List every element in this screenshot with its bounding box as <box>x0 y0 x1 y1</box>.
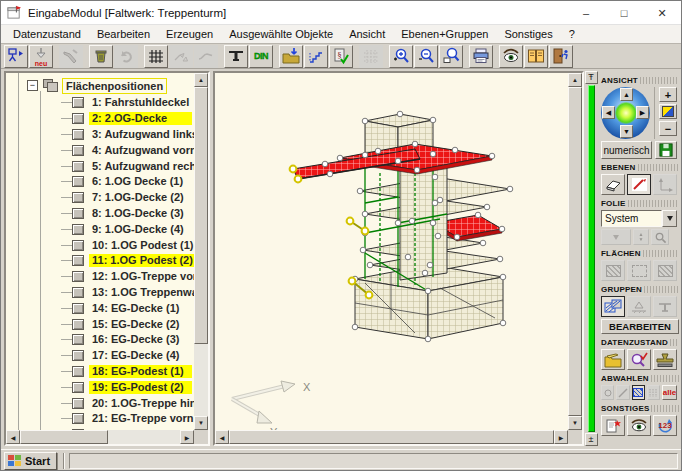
save-view-button[interactable] <box>655 141 677 159</box>
scroll-down-icon[interactable]: ▼ <box>194 416 208 430</box>
node-checkbox[interactable] <box>72 224 84 235</box>
scroll-right-icon[interactable]: ▶ <box>180 430 194 444</box>
scroll-down-icon[interactable]: ▼ <box>568 416 582 430</box>
node-checkbox[interactable] <box>72 255 84 266</box>
deselect-surfaces-button[interactable] <box>632 385 645 400</box>
dimensions-button[interactable] <box>304 45 328 68</box>
model-viewport[interactable]: X Y ▲ ▼ ◀ ▶ <box>213 71 584 446</box>
zoom-out-button[interactable] <box>414 45 438 68</box>
node-checkbox[interactable] <box>72 113 84 124</box>
preview-eye-button[interactable] <box>499 45 523 68</box>
view-zoom-out-button[interactable]: − <box>659 121 677 136</box>
new-object-button[interactable]: neu <box>29 45 53 68</box>
node-checkbox[interactable] <box>72 287 84 298</box>
view-rotation-orb[interactable]: ▲ ▼ ◀ ▶ <box>601 87 650 139</box>
tree-item[interactable]: 18: EG-Podest (1) <box>6 364 194 380</box>
menu-item-datenzustand[interactable]: Datenzustand <box>5 26 89 42</box>
view-mode-button[interactable] <box>659 104 677 119</box>
rotate-right-button[interactable]: ▶ <box>636 106 649 119</box>
norm-check-button[interactable]: § <box>329 45 353 68</box>
tree-item[interactable]: 15: EG-Decke (2) <box>6 316 194 332</box>
collapse-icon[interactable]: − <box>27 80 38 91</box>
menu-item-ansicht[interactable]: Ansicht <box>341 26 393 42</box>
canvas-vertical-scrollbar[interactable]: ▲ ▼ <box>568 73 582 430</box>
pin-panel-button[interactable]: Ŧ <box>585 71 598 84</box>
data-check-button[interactable] <box>627 349 651 370</box>
bearbeiten-button[interactable]: BEARBEITEN <box>601 319 679 334</box>
view-zoom-in-button[interactable]: + <box>659 87 677 102</box>
node-checkbox[interactable] <box>72 208 84 219</box>
unpin-panel-button[interactable]: ± <box>585 433 598 446</box>
tree-item[interactable]: 3: Aufzugwand links <box>6 127 194 143</box>
exit-module-button[interactable] <box>549 45 573 68</box>
tree-item[interactable]: 10: 1.OG Podest (1) <box>6 237 194 253</box>
node-checkbox[interactable] <box>72 334 84 345</box>
node-checkbox[interactable] <box>72 161 84 172</box>
scroll-up-icon[interactable]: ▲ <box>194 73 208 87</box>
menu-item-bearbeiten[interactable]: Bearbeiten <box>89 26 158 42</box>
tree-item[interactable]: 7: 1.OG-Decke (2) <box>6 190 194 206</box>
ebene-draw-button[interactable] <box>627 174 651 195</box>
tree-item[interactable]: 2: 2.OG-Decke <box>6 111 194 127</box>
gruppe-surfaces-button[interactable] <box>601 296 625 317</box>
din-standard-button[interactable]: DIN <box>249 45 273 68</box>
menu-item-ebenen-gruppen[interactable]: Ebenen+Gruppen <box>393 26 496 42</box>
canvas-horizontal-scrollbar[interactable]: ◀ ▶ <box>215 430 568 444</box>
rotate-left-button[interactable]: ◀ <box>602 106 615 119</box>
scrollbar-thumb[interactable] <box>194 87 208 344</box>
folie-dropdown[interactable]: System <box>601 210 679 227</box>
raster-button[interactable] <box>144 45 168 68</box>
scroll-right-icon[interactable]: ▶ <box>554 430 568 444</box>
tree-item[interactable]: 6: 1.OG Decke (1) <box>6 174 194 190</box>
new-document-button[interactable] <box>601 415 625 436</box>
tree-item[interactable]: 8: 1.OG-Decke (3) <box>6 206 194 222</box>
scroll-left-icon[interactable]: ◀ <box>215 430 229 444</box>
node-checkbox[interactable] <box>72 176 84 187</box>
close-button[interactable]: ✕ <box>643 1 681 25</box>
tree-horizontal-scrollbar[interactable]: ◀ ▶ <box>6 430 194 444</box>
zoom-in-button[interactable] <box>389 45 413 68</box>
node-checkbox[interactable] <box>72 319 84 330</box>
node-checkbox[interactable] <box>72 303 84 314</box>
tree-item[interactable]: 20: 1.OG-Treppe hinten <box>6 395 194 411</box>
module-manager-button[interactable] <box>4 45 28 68</box>
menu-item-erzeugen[interactable]: Erzeugen <box>158 26 221 42</box>
tree-item[interactable]: 19: EG-Podest (2) <box>6 379 194 395</box>
scrollbar-thumb[interactable] <box>20 430 108 444</box>
numerisch-button[interactable]: numerisch <box>601 141 652 159</box>
node-checkbox[interactable] <box>72 129 84 140</box>
data-stamp-button[interactable] <box>653 349 677 370</box>
tree-root-flaechenpositionen[interactable]: − Flächenpositionen <box>27 77 194 94</box>
data-save-button[interactable] <box>601 349 625 370</box>
rotate-down-button[interactable]: ▼ <box>620 125 633 138</box>
profile-button[interactable] <box>224 45 248 68</box>
node-checkbox[interactable] <box>72 192 84 203</box>
ebene-select-button[interactable] <box>601 174 625 195</box>
maximize-button[interactable]: □ <box>605 1 643 25</box>
manual-book-button[interactable] <box>524 45 548 68</box>
node-checkbox[interactable] <box>72 240 84 251</box>
tree-item[interactable]: 11: 1.OG Podest (2) <box>6 253 194 269</box>
tree-item[interactable]: 1: Fahrstuhldeckel <box>6 95 194 111</box>
start-button[interactable]: Start <box>4 452 57 470</box>
tree-item[interactable]: 17: EG-Decke (4) <box>6 348 194 364</box>
tree-item[interactable]: 14: EG-Decke (1) <box>6 300 194 316</box>
node-checkbox[interactable] <box>72 366 84 377</box>
scroll-up-icon[interactable]: ▲ <box>568 73 582 87</box>
scrollbar-thumb[interactable] <box>568 87 582 416</box>
dropdown-arrow-icon[interactable] <box>662 210 677 227</box>
node-checkbox[interactable] <box>72 382 84 393</box>
tree-item[interactable]: 21: EG-Treppe vorn <box>6 411 194 427</box>
scrollbar-thumb[interactable] <box>229 430 554 444</box>
node-checkbox[interactable] <box>72 350 84 361</box>
rotate-up-button[interactable]: ▲ <box>620 88 633 101</box>
node-checkbox[interactable] <box>72 413 84 424</box>
tree-item[interactable]: 12: 1.OG-Treppe vorn <box>6 269 194 285</box>
menu-item-sonstiges[interactable]: Sonstiges <box>496 26 560 42</box>
node-checkbox[interactable] <box>72 398 84 409</box>
node-checkbox[interactable] <box>72 145 84 156</box>
menu-item-ausgew-hlte-objekte[interactable]: Ausgewählte Objekte <box>221 26 341 42</box>
tree-vertical-scrollbar[interactable]: ▲ ▼ <box>194 73 208 430</box>
tree-item[interactable]: 13: 1.OG Treppenwand <box>6 285 194 301</box>
deselect-all-button[interactable]: alle <box>662 385 677 400</box>
